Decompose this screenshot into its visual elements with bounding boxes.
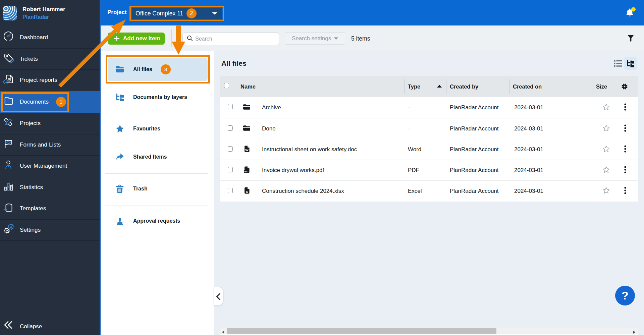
svg-text:w: w bbox=[245, 148, 249, 152]
svg-text:x: x bbox=[246, 189, 248, 193]
svg-text:PDF: PDF bbox=[244, 170, 248, 172]
